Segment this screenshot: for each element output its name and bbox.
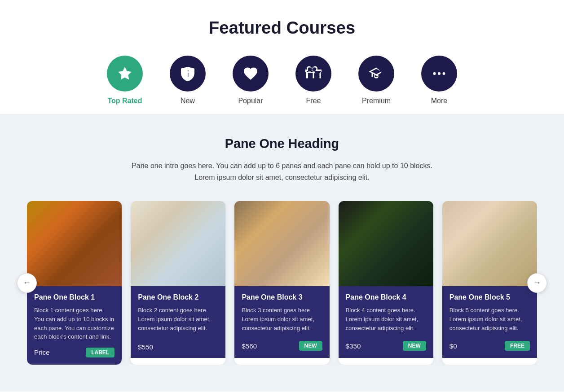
card-image-3 — [234, 201, 329, 286]
card-image-2 — [131, 201, 225, 286]
tab-free[interactable]: Free — [295, 56, 331, 105]
card-title-3: Pane One Block 3 — [242, 293, 322, 301]
card-content-3: Block 3 content goes here Lorem ipsum do… — [242, 306, 322, 335]
svg-point-2 — [443, 72, 445, 75]
card-title-5: Pane One Block 5 — [449, 293, 530, 301]
card-price-3: $560 — [242, 342, 257, 350]
card-body-5: Pane One Block 5 Block 5 content goes he… — [442, 286, 537, 358]
card-footer-2: $550 — [138, 343, 218, 351]
tab-label-premium: Premium — [362, 97, 391, 105]
tab-label-new: New — [181, 97, 195, 105]
card-footer-1: Price LABEL — [34, 348, 115, 357]
card-title-2: Pane One Block 2 — [138, 293, 218, 301]
card-price-2: $550 — [138, 343, 153, 351]
card-content-2: Block 2 content goes here Lorem ipsum do… — [138, 306, 218, 337]
card-body-1: Pane One Block 1 Block 1 content goes he… — [27, 286, 122, 365]
card-badge-5: FREE — [505, 341, 530, 351]
card-3[interactable]: Pane One Block 3 Block 3 content goes he… — [234, 201, 329, 365]
tab-new[interactable]: New — [170, 56, 206, 105]
tab-premium[interactable]: Premium — [358, 56, 394, 105]
card-image-1 — [27, 201, 122, 286]
svg-point-0 — [433, 72, 436, 75]
tab-label-more: More — [431, 97, 447, 105]
card-badge-3: NEW — [299, 341, 322, 351]
page-title: Featured Courses — [9, 18, 555, 38]
tab-label-free: Free — [306, 97, 321, 105]
card-image-5 — [442, 201, 537, 286]
card-image-4 — [339, 201, 433, 286]
card-price-5: $0 — [449, 342, 457, 350]
card-title-1: Pane One Block 1 — [34, 293, 115, 301]
tab-more[interactable]: More — [421, 56, 457, 105]
card-1[interactable]: Pane One Block 1 Block 1 content goes he… — [27, 201, 122, 365]
prev-button[interactable]: ← — [17, 273, 37, 293]
tab-popular[interactable]: Popular — [233, 56, 269, 105]
card-title-4: Pane One Block 4 — [346, 293, 426, 301]
card-content-1: Block 1 content goes here. You can add u… — [34, 306, 115, 341]
card-price-4: $350 — [346, 342, 361, 350]
card-badge-4: NEW — [403, 341, 426, 351]
card-price-1: Price — [34, 348, 50, 356]
tab-icon-top-rated — [107, 56, 143, 91]
tabs-row: Top Rated New Popular — [9, 56, 555, 114]
card-content-4: Block 4 content goes here. Lorem ipsum d… — [346, 306, 426, 335]
svg-point-1 — [438, 72, 441, 75]
pane-intro: Pane one intro goes here. You can add up… — [125, 160, 439, 183]
card-footer-5: $0 FREE — [449, 341, 530, 351]
card-content-5: Block 5 content goes here. Lorem ipsum d… — [449, 306, 530, 335]
tab-icon-free — [295, 56, 331, 91]
next-arrow-icon: → — [533, 278, 541, 287]
tab-label-top-rated: Top Rated — [107, 97, 142, 105]
card-badge-1: LABEL — [86, 348, 115, 357]
tab-label-popular: Popular — [238, 97, 263, 105]
next-button[interactable]: → — [527, 273, 547, 293]
card-body-3: Pane One Block 3 Block 3 content goes he… — [234, 286, 329, 358]
tab-icon-new — [170, 56, 206, 91]
cards-row: Pane One Block 1 Block 1 content goes he… — [27, 201, 537, 365]
card-body-4: Pane One Block 4 Block 4 content goes he… — [339, 286, 433, 358]
pane-heading: Pane One Heading — [27, 136, 537, 151]
tab-icon-more — [421, 56, 457, 91]
content-section: Pane One Heading Pane one intro goes her… — [0, 114, 564, 392]
prev-arrow-icon: ← — [23, 278, 31, 287]
card-footer-4: $350 NEW — [346, 341, 426, 351]
card-body-2: Pane One Block 2 Block 2 content goes he… — [131, 286, 225, 358]
card-footer-3: $560 NEW — [242, 341, 322, 351]
card-4[interactable]: Pane One Block 4 Block 4 content goes he… — [339, 201, 433, 365]
cards-container: ← Pane One Block 1 Block 1 content goes … — [27, 201, 537, 365]
card-2[interactable]: Pane One Block 2 Block 2 content goes he… — [131, 201, 225, 365]
tab-icon-premium — [358, 56, 394, 91]
tab-top-rated[interactable]: Top Rated — [107, 56, 143, 105]
tab-icon-popular — [233, 56, 269, 91]
card-5[interactable]: Pane One Block 5 Block 5 content goes he… — [442, 201, 537, 365]
